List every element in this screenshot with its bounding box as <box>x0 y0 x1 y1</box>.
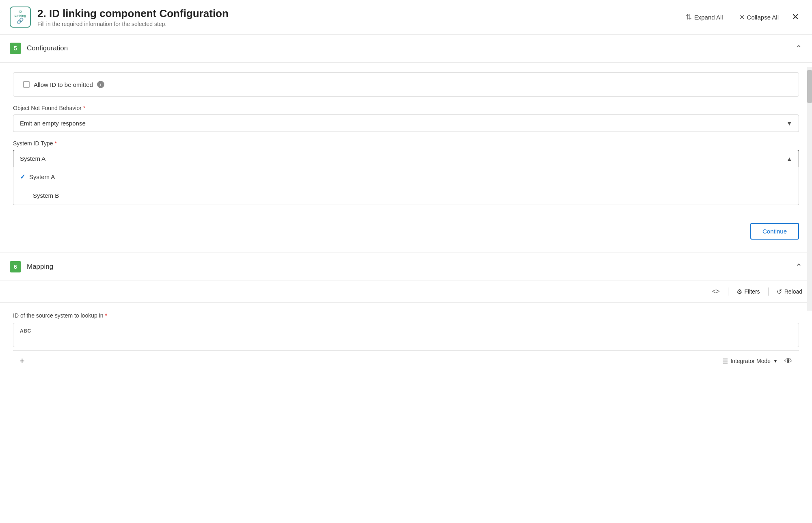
object-not-found-select[interactable]: Emit an empty response ▼ <box>13 115 799 132</box>
icon-link-symbol: 🔗 <box>15 17 26 24</box>
icon-bottom-line: Linking <box>15 14 26 18</box>
integrator-mode-icon: ☰ <box>722 357 728 365</box>
allow-id-checkbox[interactable] <box>23 81 30 88</box>
reload-icon: ↺ <box>777 288 782 296</box>
collapse-all-label: Collapse All <box>747 14 779 21</box>
system-id-type-select[interactable]: System A ▲ <box>13 150 799 167</box>
eye-button[interactable]: 👁 <box>784 357 793 366</box>
configuration-section: 5 Configuration ⌃ Allow ID to be omitted… <box>0 35 812 253</box>
system-id-selected-value: System A <box>20 155 45 162</box>
main-content: 5 Configuration ⌃ Allow ID to be omitted… <box>0 35 812 381</box>
collapse-all-button[interactable]: ✕ Collapse All <box>733 10 785 24</box>
object-not-found-select-wrapper: Emit an empty response ▼ <box>13 115 799 132</box>
add-button[interactable]: + <box>19 356 25 366</box>
object-not-found-label: Object Not Found Behavior * <box>13 105 799 111</box>
reload-label: Reload <box>784 288 802 295</box>
abc-box: ABC <box>13 323 799 347</box>
mapping-section: 6 Mapping ⌃ <> ⚙ Filters ↺ <box>0 253 812 381</box>
header-actions: ⇅ Expand All ✕ Collapse All ✕ <box>679 9 802 26</box>
expand-all-button[interactable]: ⇅ Expand All <box>679 9 730 25</box>
filters-icon: ⚙ <box>736 288 742 296</box>
mapping-collapse-icon: ⌃ <box>795 262 802 272</box>
mapping-title: Mapping <box>27 263 795 271</box>
continue-button[interactable]: Continue <box>750 223 799 240</box>
mapping-body: ID of the source system to lookup in * A… <box>0 303 812 381</box>
allow-id-label: Allow ID to be omitted <box>34 81 93 88</box>
code-icon: <> <box>712 288 720 295</box>
dropdown-item-system-b[interactable]: System B <box>13 186 799 205</box>
eye-icon: 👁 <box>784 357 793 365</box>
check-icon-system-a: ✓ <box>20 173 25 181</box>
system-id-required-star: * <box>55 140 57 147</box>
filters-label: Filters <box>745 288 760 295</box>
app-icon: ID Linking 🔗 <box>10 6 31 28</box>
filters-button[interactable]: ⚙ Filters <box>736 288 760 296</box>
system-id-arrow-icon: ▲ <box>786 156 792 162</box>
dropdown-item-system-a-label: System A <box>29 173 55 180</box>
allow-id-info-icon[interactable]: i <box>97 81 104 88</box>
allow-id-row: Allow ID to be omitted i <box>13 72 799 97</box>
configuration-body: Allow ID to be omitted i Object Not Foun… <box>0 63 812 253</box>
continue-row: Continue <box>13 213 799 243</box>
header-text: 2. ID linking component Configuration Fi… <box>37 7 679 27</box>
system-id-type-group: System ID Type * System A ▲ ✓ <box>13 140 799 205</box>
system-id-type-label: System ID Type * <box>13 140 799 147</box>
scrollbar-thumb[interactable] <box>807 70 812 103</box>
mapping-badge: 6 <box>10 261 21 272</box>
reload-button[interactable]: ↺ Reload <box>777 288 802 296</box>
mapping-bottom-toolbar: + ☰ Integrator Mode ▼ 👁 <box>13 350 799 371</box>
header-title: 2. ID linking component Configuration <box>37 7 679 20</box>
abc-label: ABC <box>20 328 792 334</box>
integrator-mode-button[interactable]: ☰ Integrator Mode ▼ <box>722 357 778 365</box>
header-subtitle: Fill in the required information for the… <box>37 21 679 27</box>
header: ID Linking 🔗 2. ID linking component Con… <box>0 0 812 35</box>
code-view-button[interactable]: <> <box>712 288 720 295</box>
object-not-found-selected-value: Emit an empty response <box>20 120 86 127</box>
configuration-section-header[interactable]: 5 Configuration ⌃ <box>0 35 812 63</box>
id-lookup-label: ID of the source system to lookup in * <box>13 312 799 319</box>
collapse-all-icon: ✕ <box>739 13 745 21</box>
right-toolbar: ☰ Integrator Mode ▼ 👁 <box>722 357 793 366</box>
object-not-found-group: Object Not Found Behavior * Emit an empt… <box>13 105 799 132</box>
mapping-section-header[interactable]: 6 Mapping ⌃ <box>0 253 812 281</box>
object-not-found-required-star: * <box>83 105 85 111</box>
mapping-toolbar: <> ⚙ Filters ↺ Reload <box>0 281 812 303</box>
system-id-type-select-wrapper: System A ▲ ✓ System A System B <box>13 150 799 205</box>
system-id-dropdown-list: ✓ System A System B <box>13 167 799 205</box>
id-lookup-required-star: * <box>105 312 107 319</box>
close-button[interactable]: ✕ <box>788 9 802 26</box>
integrator-mode-arrow: ▼ <box>773 358 778 364</box>
toolbar-separator-1 <box>728 287 728 296</box>
icon-top-line: ID <box>15 10 26 14</box>
dropdown-item-system-b-label: System B <box>33 192 59 199</box>
scrollbar-track <box>807 67 812 311</box>
dropdown-item-system-a[interactable]: ✓ System A <box>13 167 799 186</box>
configuration-title: Configuration <box>27 44 795 52</box>
toolbar-separator-2 <box>768 287 769 296</box>
integrator-mode-label: Integrator Mode <box>730 358 771 364</box>
configuration-badge: 5 <box>10 43 21 54</box>
configuration-collapse-icon: ⌃ <box>795 43 802 53</box>
expand-all-icon: ⇅ <box>686 13 692 22</box>
object-not-found-arrow-icon: ▼ <box>786 120 792 127</box>
expand-all-label: Expand All <box>694 14 723 21</box>
